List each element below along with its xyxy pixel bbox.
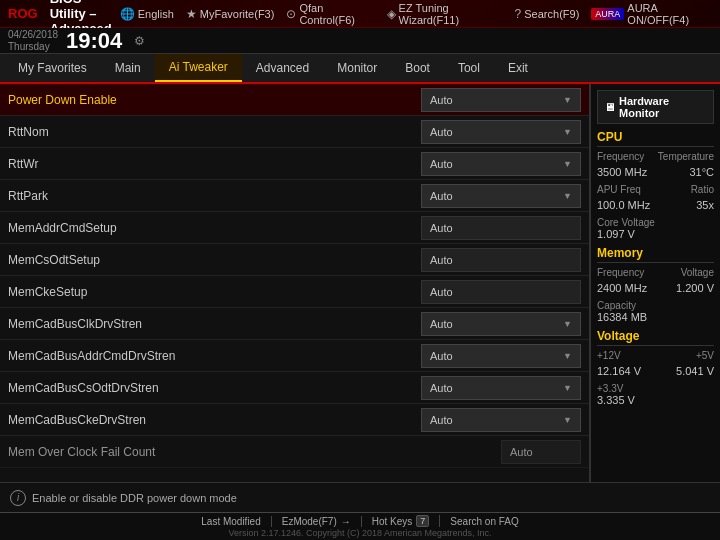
setting-row-memoverclockfailcount[interactable]: Mem Over Clock Fail Count Auto [0, 436, 589, 468]
setting-value-memcadbuscsodtdrvstren[interactable]: Auto [421, 376, 581, 400]
fan-icon: ⊙ [286, 7, 296, 21]
ezmode-arrow: → [341, 516, 351, 527]
info-icon: i [10, 490, 26, 506]
aura-button[interactable]: AURA AURA ON/OFF(F4) [591, 2, 712, 26]
hw-cpu-freq-row: Frequency Temperature [597, 151, 714, 162]
nav-main[interactable]: Main [101, 54, 155, 82]
setting-label-memaddrcmdsetup: MemAddrCmdSetup [8, 215, 421, 241]
datetime-bar: 04/26/2018 Thursday 19:04 ⚙ [0, 28, 720, 54]
hw-mem-freq-row: Frequency Voltage [597, 267, 714, 278]
ezmode-link[interactable]: EzMode(F7) → [272, 516, 362, 527]
eztuning-button[interactable]: ◈ EZ Tuning Wizard(F11) [387, 2, 503, 26]
search-button[interactable]: ? Search(F9) [515, 7, 580, 21]
setting-value-rttpark[interactable]: Auto [421, 184, 581, 208]
hw-mem-freq-label: Frequency [597, 267, 644, 278]
hw-v12-label: +12V [597, 350, 621, 361]
hw-cpu-ratio-value: 35x [696, 199, 714, 211]
setting-row-memcadbusclkdrvstren[interactable]: MemCadBusClkDrvStren Auto [0, 308, 589, 340]
hw-cpu-corevoltage-label: Core Voltage [597, 217, 714, 228]
hw-cpu-apufreq-label: APU Freq [597, 184, 641, 195]
myfavorite-button[interactable]: ★ MyFavorite(F3) [186, 7, 275, 21]
hw-v33-label: +3.3V [597, 383, 714, 394]
setting-label-memcadbusclkdrvstren: MemCadBusClkDrvStren [8, 311, 421, 337]
setting-value-memcadbusaddrcmddrvstren[interactable]: Auto [421, 344, 581, 368]
setting-label-rttpark: RttPark [8, 183, 421, 209]
nav-advanced[interactable]: Advanced [242, 54, 323, 82]
setting-row-power-down-enable[interactable]: Power Down Enable Auto [0, 84, 589, 116]
hw-cpu-section-title: CPU [597, 130, 714, 147]
setting-label-memcadbusaddrcmddrvstren: MemCadBusAddrCmdDrvStren [8, 343, 421, 369]
setting-value-memcadbusckedrvstren[interactable]: Auto [421, 408, 581, 432]
star-icon: ★ [186, 7, 197, 21]
hw-mem-capacity-value: 16384 MB [597, 311, 714, 323]
hw-cpu-freq-value: 3500 MHz [597, 166, 647, 178]
language-selector[interactable]: 🌐 English [120, 7, 174, 21]
copyright-text: Version 2.17.1246. Copyright (C) 2018 Am… [228, 528, 491, 538]
search-faq-link[interactable]: Search on FAQ [440, 516, 528, 527]
hw-cpu-freq-label: Frequency [597, 151, 644, 162]
hw-memory-section-title: Memory [597, 246, 714, 263]
search-icon: ? [515, 7, 522, 21]
setting-label-memcsodtsetup: MemCsOdtSetup [8, 247, 421, 273]
monitor-icon: 🖥 [604, 101, 615, 113]
setting-value-power-down-enable[interactable]: Auto [421, 88, 581, 112]
hw-mem-voltage-value: 1.200 V [676, 282, 714, 294]
setting-value-memcadbusclkdrvstren[interactable]: Auto [421, 312, 581, 336]
nav-boot[interactable]: Boot [391, 54, 444, 82]
hw-mem-capacity-label: Capacity [597, 300, 714, 311]
setting-label-memcadbusckedrvstren: MemCadBusCkeDrvStren [8, 407, 421, 433]
hw-cpu-freq-value-row: 3500 MHz 31°C [597, 166, 714, 180]
rog-logo: ROG [8, 6, 38, 21]
tuning-icon: ◈ [387, 7, 396, 21]
globe-icon: 🌐 [120, 7, 135, 21]
top-bar-icons: 🌐 English ★ MyFavorite(F3) ⊙ Qfan Contro… [120, 2, 712, 26]
last-modified-link[interactable]: Last Modified [191, 516, 271, 527]
nav-exit[interactable]: Exit [494, 54, 542, 82]
setting-row-memcadbusaddrcmddrvstren[interactable]: MemCadBusAddrCmdDrvStren Auto [0, 340, 589, 372]
qfan-button[interactable]: ⊙ Qfan Control(F6) [286, 2, 374, 26]
setting-value-memaddrcmdsetup: Auto [421, 216, 581, 240]
hw-v33-value: 3.335 V [597, 394, 714, 406]
hotkeys-link[interactable]: Hot Keys 7 [362, 515, 441, 527]
setting-label-memckesetup: MemCkeSetup [8, 279, 421, 305]
setting-value-rttwr[interactable]: Auto [421, 152, 581, 176]
setting-row-rttwr[interactable]: RttWr Auto [0, 148, 589, 180]
setting-row-rttnom[interactable]: RttNom Auto [0, 116, 589, 148]
setting-row-rttpark[interactable]: RttPark Auto [0, 180, 589, 212]
hw-mem-freq-value: 2400 MHz [597, 282, 647, 294]
date-display: 04/26/2018 Thursday [8, 29, 58, 53]
setting-row-memcadbusCkedrvstren[interactable]: MemCadBusCkeDrvStren Auto [0, 404, 589, 436]
setting-row-memcadbuscsodtdrvstren[interactable]: MemCadBusCsOdtDrvStren Auto [0, 372, 589, 404]
bottom-bar: Last Modified EzMode(F7) → Hot Keys 7 Se… [0, 512, 720, 540]
hw-voltage-section-title: Voltage [597, 329, 714, 346]
setting-row-memcsodtsetup[interactable]: MemCsOdtSetup Auto [0, 244, 589, 276]
hw-v12-value: 12.164 V [597, 365, 641, 377]
hw-v5-label: +5V [696, 350, 714, 361]
hw-mem-voltage-label: Voltage [681, 267, 714, 278]
setting-value-memoverclockfailcount: Auto [501, 440, 581, 464]
hw-cpu-ratio-label: Ratio [691, 184, 714, 195]
setting-value-rttnom[interactable]: Auto [421, 120, 581, 144]
nav-monitor[interactable]: Monitor [323, 54, 391, 82]
bottom-links: Last Modified EzMode(F7) → Hot Keys 7 Se… [191, 515, 528, 527]
hw-cpu-apufreq-row: APU Freq Ratio [597, 184, 714, 195]
setting-row-memckesetup[interactable]: MemCkeSetup Auto [0, 276, 589, 308]
setting-label-rttnom: RttNom [8, 119, 421, 145]
hw-v12-value-row: 12.164 V 5.041 V [597, 365, 714, 379]
hw-v12-row: +12V +5V [597, 350, 714, 361]
hotkeys-badge: 7 [416, 515, 429, 527]
content-area: Power Down Enable Auto RttNom Auto RttWr… [0, 84, 720, 482]
setting-label-memcadbuscsodtdrvstren: MemCadBusCsOdtDrvStren [8, 375, 421, 401]
hw-mem-freq-value-row: 2400 MHz 1.200 V [597, 282, 714, 296]
hw-cpu-temp-label: Temperature [658, 151, 714, 162]
setting-label-rttwr: RttWr [8, 151, 421, 177]
clock-settings-icon[interactable]: ⚙ [134, 34, 145, 48]
nav-ai-tweaker[interactable]: Ai Tweaker [155, 54, 242, 82]
setting-row-memaddrcmdsetup[interactable]: MemAddrCmdSetup Auto [0, 212, 589, 244]
hw-v5-value: 5.041 V [676, 365, 714, 377]
setting-label-memoverclockfailcount: Mem Over Clock Fail Count [8, 439, 501, 465]
info-bar: i Enable or disable DDR power down mode [0, 482, 720, 512]
hw-cpu-apufreq-value: 100.0 MHz [597, 199, 650, 211]
nav-my-favorites[interactable]: My Favorites [4, 54, 101, 82]
nav-tool[interactable]: Tool [444, 54, 494, 82]
